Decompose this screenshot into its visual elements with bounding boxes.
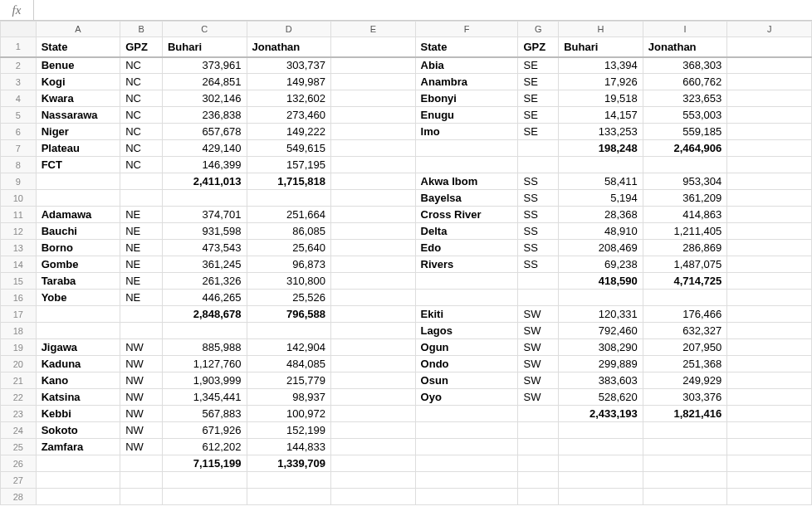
cell-A21[interactable]: Kano (36, 372, 120, 389)
cell-E9[interactable] (331, 173, 416, 190)
cell-B4[interactable]: NC (120, 90, 163, 107)
cell-A18[interactable] (36, 323, 120, 339)
row-header-10[interactable]: 10 (1, 190, 37, 207)
cell-H3[interactable]: 17,926 (559, 74, 643, 90)
cell-H25[interactable] (559, 439, 643, 455)
cell-H17[interactable]: 120,331 (559, 306, 643, 323)
row-header-26[interactable]: 26 (1, 455, 37, 472)
cell-F8[interactable] (415, 157, 518, 173)
cell-J17[interactable] (727, 306, 812, 323)
cell-A23[interactable]: Kebbi (36, 406, 120, 422)
cell-C4[interactable]: 302,146 (162, 90, 247, 107)
cell-F17[interactable]: Ekiti (415, 306, 518, 323)
cell-D5[interactable]: 273,460 (247, 107, 331, 124)
cell-C23[interactable]: 567,883 (162, 406, 247, 422)
cell-A14[interactable]: Gombe (36, 256, 120, 273)
row-header-21[interactable]: 21 (1, 372, 37, 389)
cell-E16[interactable] (331, 290, 416, 306)
cell-B8[interactable]: NC (120, 157, 163, 173)
cell-I16[interactable] (643, 290, 727, 306)
cell-A12[interactable]: Bauchi (36, 223, 120, 240)
cell-B2[interactable]: NC (120, 57, 163, 74)
cell-A4[interactable]: Kwara (36, 90, 120, 107)
cell-G22[interactable]: SW (518, 389, 559, 406)
row-header-3[interactable]: 3 (1, 74, 37, 90)
row-header-15[interactable]: 15 (1, 273, 37, 290)
cell-A1[interactable]: State (36, 37, 120, 57)
cell-C21[interactable]: 1,903,999 (162, 372, 247, 389)
cell-G16[interactable] (518, 290, 559, 306)
cell-A28[interactable] (36, 489, 120, 505)
cell-J23[interactable] (727, 406, 812, 422)
row-header-24[interactable]: 24 (1, 422, 37, 439)
cell-E10[interactable] (331, 190, 416, 207)
cell-I4[interactable]: 323,653 (643, 90, 727, 107)
cell-G1[interactable]: GPZ (518, 37, 559, 57)
row-header-7[interactable]: 7 (1, 140, 37, 157)
cell-C27[interactable] (162, 472, 247, 489)
cell-B24[interactable]: NW (120, 422, 163, 439)
cell-J6[interactable] (727, 124, 812, 140)
cell-I8[interactable] (643, 157, 727, 173)
cell-I11[interactable]: 414,863 (643, 207, 727, 223)
cell-G18[interactable]: SW (518, 323, 559, 339)
cell-H16[interactable] (559, 290, 643, 306)
cell-C22[interactable]: 1,345,441 (162, 389, 247, 406)
row-header-11[interactable]: 11 (1, 207, 37, 223)
cell-D23[interactable]: 100,972 (247, 406, 331, 422)
cell-E7[interactable] (331, 140, 416, 157)
col-header-D[interactable]: D (247, 22, 331, 37)
cell-B13[interactable]: NE (120, 240, 163, 256)
cell-B12[interactable]: NE (120, 223, 163, 240)
cell-I17[interactable]: 176,466 (643, 306, 727, 323)
cell-B3[interactable]: NC (120, 74, 163, 90)
cell-G7[interactable] (518, 140, 559, 157)
cell-J21[interactable] (727, 372, 812, 389)
cell-B17[interactable] (120, 306, 163, 323)
cell-A3[interactable]: Kogi (36, 74, 120, 90)
cell-I1[interactable]: Jonathan (643, 37, 727, 57)
cell-C17[interactable]: 2,848,678 (162, 306, 247, 323)
cell-F23[interactable] (415, 406, 518, 422)
cell-I6[interactable]: 559,185 (643, 124, 727, 140)
cell-F25[interactable] (415, 439, 518, 455)
cell-J15[interactable] (727, 273, 812, 290)
cell-E20[interactable] (331, 356, 416, 372)
cell-A5[interactable]: Nassarawa (36, 107, 120, 124)
cell-I10[interactable]: 361,209 (643, 190, 727, 207)
cell-G17[interactable]: SW (518, 306, 559, 323)
cell-C9[interactable]: 2,411,013 (162, 173, 247, 190)
cell-C1[interactable]: Buhari (162, 37, 247, 57)
cell-B20[interactable]: NW (120, 356, 163, 372)
row-header-9[interactable]: 9 (1, 173, 37, 190)
cell-H9[interactable]: 58,411 (559, 173, 643, 190)
cell-A2[interactable]: Benue (36, 57, 120, 74)
cell-B7[interactable]: NC (120, 140, 163, 157)
cell-F27[interactable] (415, 472, 518, 489)
cell-J1[interactable] (727, 37, 812, 57)
cell-F6[interactable]: Imo (415, 124, 518, 140)
cell-E15[interactable] (331, 273, 416, 290)
cell-F7[interactable] (415, 140, 518, 157)
cell-A8[interactable]: FCT (36, 157, 120, 173)
row-header-12[interactable]: 12 (1, 223, 37, 240)
cell-D20[interactable]: 484,085 (247, 356, 331, 372)
cell-D25[interactable]: 144,833 (247, 439, 331, 455)
cell-E8[interactable] (331, 157, 416, 173)
cell-D11[interactable]: 251,664 (247, 207, 331, 223)
cell-D4[interactable]: 132,602 (247, 90, 331, 107)
cell-D10[interactable] (247, 190, 331, 207)
col-header-E[interactable]: E (331, 22, 416, 37)
cell-H2[interactable]: 13,394 (559, 57, 643, 74)
cell-G20[interactable]: SW (518, 356, 559, 372)
col-header-H[interactable]: H (559, 22, 643, 37)
cell-D15[interactable]: 310,800 (247, 273, 331, 290)
cell-C25[interactable]: 612,202 (162, 439, 247, 455)
cell-C20[interactable]: 1,127,760 (162, 356, 247, 372)
cell-G10[interactable]: SS (518, 190, 559, 207)
cell-G6[interactable]: SE (518, 124, 559, 140)
cell-I23[interactable]: 1,821,416 (643, 406, 727, 422)
cell-H7[interactable]: 198,248 (559, 140, 643, 157)
cell-C14[interactable]: 361,245 (162, 256, 247, 273)
cell-H12[interactable]: 48,910 (559, 223, 643, 240)
